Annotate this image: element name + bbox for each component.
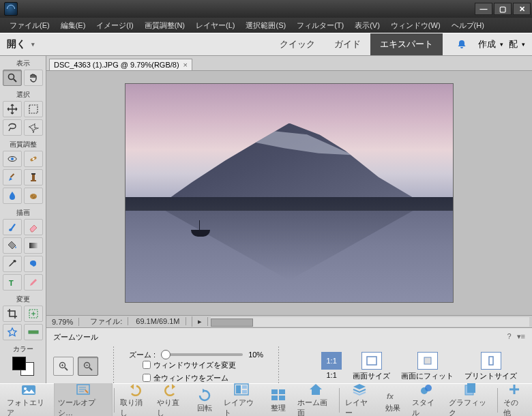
close-button[interactable]: ✕ [513,3,531,15]
help-icon[interactable]: ? [507,332,511,341]
horizontal-scrollbar[interactable] [211,317,529,327]
tool-header-draw: 描画 [16,208,30,218]
tool-options-button[interactable]: ツールオプシ… [54,381,113,416]
svg-text:T: T [9,279,14,287]
open-button[interactable]: 開く [7,38,35,50]
tool-header-select: 選択 [16,90,30,100]
menu-file[interactable]: ファイル(E) [4,20,55,31]
foreground-color-swatch[interactable] [12,357,26,370]
svg-point-10 [34,196,35,198]
blur-tool[interactable] [3,188,22,204]
recompose-tool[interactable] [24,306,43,322]
svg-rect-38 [467,383,475,393]
redeye-tool[interactable] [3,151,22,167]
layout-button[interactable]: レイアウト [220,381,264,416]
svg-point-4 [11,158,14,160]
fit-1to1-button[interactable]: 1:11:1 [321,352,342,381]
styles-button[interactable]: スタイル [408,381,445,416]
svg-text:fx: fx [387,392,394,400]
mode-expert[interactable]: エキスパート [370,33,443,55]
zoom-slider-label: ズーム : [129,350,156,360]
crop-tool[interactable] [3,306,22,322]
svg-rect-7 [31,173,35,175]
zoom-tool[interactable] [3,70,22,86]
create-button[interactable]: 作成 [478,38,503,50]
home-button[interactable]: ホーム画面 [293,381,338,416]
svg-rect-27 [236,385,241,393]
effects-button[interactable]: fx効果 [378,386,408,415]
text-tool[interactable]: T [3,274,22,291]
zoom-out-button[interactable] [78,357,98,376]
menu-select[interactable]: 選択範囲(S) [240,20,291,31]
redo-button[interactable]: やり直し [153,381,190,416]
menu-image[interactable]: イメージ(I) [91,20,138,31]
canvas-viewport[interactable] [46,71,532,315]
clone-stamp-tool[interactable] [24,169,43,185]
undo-button[interactable]: 取り消し [116,381,153,416]
eraser-tool[interactable] [24,219,43,235]
zoom-all-windows-checkbox[interactable]: 全ウィンドウをズーム [143,373,263,383]
move-tool[interactable] [3,101,22,117]
maximize-button[interactable]: ▢ [494,3,512,15]
layers-button[interactable]: レイヤー [341,381,378,416]
lasso-tool[interactable] [3,119,22,136]
graphics-button[interactable]: グラフィック [445,381,496,416]
tool-header-modify: 変更 [16,295,30,304]
quick-select-tool[interactable] [24,119,43,136]
color-swatches[interactable] [12,357,34,376]
cookie-cutter-tool[interactable] [3,324,22,340]
bottom-bar: フォトエリア ツールオプシ… 取り消し やり直し 回転 レイアウト 整理 ホーム… [0,383,532,416]
close-tab-icon[interactable]: × [183,61,188,69]
brush-tool[interactable] [3,219,22,235]
menu-help[interactable]: ヘルプ(H) [446,20,490,31]
menu-edit[interactable]: 編集(E) [55,20,91,31]
zoom-slider-thumb[interactable] [161,350,171,359]
photo-bin-button[interactable]: フォトエリア [3,381,54,416]
share-button[interactable]: 配 [509,38,525,50]
tool-header-adjust: 画質調整 [10,140,37,149]
menubar: ファイル(E) 編集(E) イメージ(I) 画質調整(N) レイヤー(L) 選択… [0,18,532,33]
sponge-tool[interactable] [24,188,43,204]
hand-tool[interactable] [24,70,43,86]
panel-menu-icon[interactable]: ▾≡ [517,332,525,341]
eyedropper-tool[interactable] [3,256,22,272]
mode-quick[interactable]: クイック [270,33,325,55]
document-tab-label: DSC_4363 (1).JPG @ 9.79%(RGB/8) [54,61,179,69]
shape-tool[interactable] [24,256,43,272]
spot-heal-tool[interactable] [24,151,43,167]
mode-guide[interactable]: ガイド [325,33,370,55]
svg-rect-28 [242,385,247,389]
status-arrow-icon[interactable]: ▸ [192,317,208,326]
zoom-slider-value: 10% [248,351,263,359]
smart-brush-tool[interactable] [3,169,22,185]
print-size-button[interactable]: プリントサイズ [464,352,517,381]
svg-rect-32 [271,396,278,400]
svg-rect-20 [367,357,376,365]
notification-bell-icon[interactable] [456,39,467,50]
tool-header-view: 表示 [16,59,30,68]
minimize-button[interactable]: — [475,3,492,15]
tool-header-color: カラー [13,344,33,354]
menu-view[interactable]: 表示(V) [349,20,385,31]
resize-window-checkbox[interactable]: ウィンドウサイズを変更 [143,360,263,370]
svg-point-24 [24,387,27,390]
marquee-tool[interactable] [24,101,43,117]
menu-adjust[interactable]: 画質調整(N) [139,20,190,31]
fit-screen-button[interactable]: 画面サイズ [353,352,390,381]
menu-layer[interactable]: レイヤー(L) [190,20,240,31]
zoom-in-button[interactable] [53,357,74,376]
options-title: ズームツール [53,332,525,342]
fit-to-screen-button[interactable]: 画面にフィット [401,352,454,381]
zoom-slider[interactable] [161,353,243,356]
menu-filter[interactable]: フィルター(T) [291,20,349,31]
fill-tool[interactable] [3,237,22,254]
rotate-button[interactable]: 回転 [190,386,220,415]
gradient-tool[interactable] [24,237,43,254]
menu-window[interactable]: ウィンドウ(W) [385,20,446,31]
svg-line-1 [14,79,16,82]
straighten-tool[interactable] [24,324,43,340]
more-button[interactable]: その他 [499,381,529,416]
document-tab[interactable]: DSC_4363 (1).JPG @ 9.79%(RGB/8) × [49,59,192,70]
pencil-tool[interactable] [24,274,43,291]
organize-button[interactable]: 整理 [263,386,293,415]
